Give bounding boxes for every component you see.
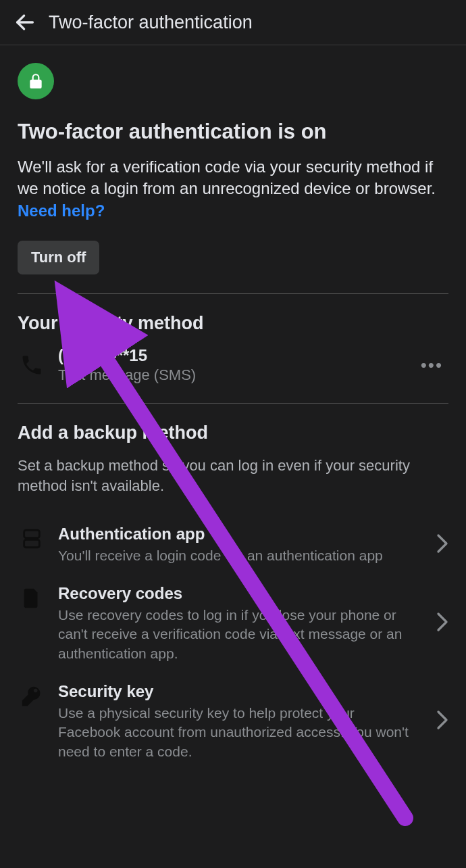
security-method-heading: Your security method	[18, 313, 448, 334]
divider	[18, 293, 448, 294]
option-desc: Use a physical security key to help prot…	[58, 704, 419, 761]
option-authentication-app[interactable]: Authentication app You'll receive a logi…	[18, 515, 448, 575]
page-header: Two-factor authentication	[0, 0, 466, 45]
chevron-right-icon	[431, 710, 448, 733]
method-phone: (***) ***-**15	[58, 346, 403, 365]
svg-rect-1	[24, 530, 40, 537]
option-recovery-codes[interactable]: Recovery codes Use recovery codes to log…	[18, 575, 448, 673]
backup-description: Set a backup method so you can log in ev…	[18, 456, 448, 496]
phone-icon	[18, 353, 46, 377]
lock-icon	[27, 72, 45, 90]
document-icon	[18, 584, 46, 610]
page-title: Two-factor authentication	[49, 12, 253, 33]
option-title: Security key	[58, 682, 419, 701]
divider	[18, 403, 448, 404]
turn-off-button[interactable]: Turn off	[18, 241, 99, 274]
option-security-key[interactable]: Security key Use a physical security key…	[18, 673, 448, 771]
app-icon	[18, 525, 46, 550]
status-description: We'll ask for a verification code via yo…	[18, 156, 448, 222]
key-icon	[18, 682, 46, 708]
option-title: Recovery codes	[58, 584, 419, 603]
help-link[interactable]: Need help?	[18, 201, 105, 220]
option-desc: Use recovery codes to log in if you lose…	[58, 606, 419, 663]
more-options-button[interactable]: •••	[415, 349, 448, 381]
status-heading: Two-factor authentication is on	[18, 120, 448, 144]
option-desc: You'll receive a login code via an authe…	[58, 546, 419, 565]
chevron-right-icon	[431, 533, 448, 556]
back-button[interactable]	[14, 11, 36, 34]
backup-heading: Add a backup method	[18, 423, 448, 443]
lock-badge	[18, 63, 54, 99]
chevron-right-icon	[431, 612, 448, 635]
arrow-left-icon	[14, 11, 36, 34]
option-title: Authentication app	[58, 525, 419, 544]
svg-rect-2	[24, 539, 40, 547]
method-type: Text message (SMS)	[58, 366, 403, 384]
security-method-row[interactable]: (***) ***-**15 Text message (SMS) •••	[18, 346, 448, 384]
